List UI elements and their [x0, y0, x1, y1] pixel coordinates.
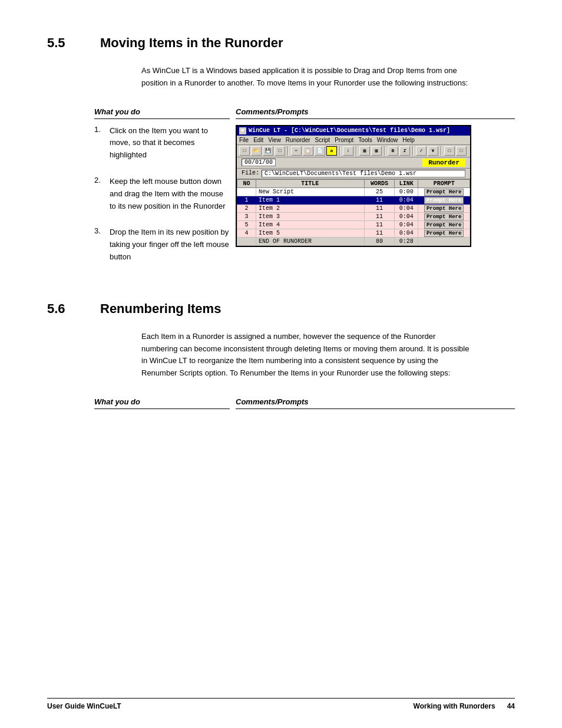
- toolbar-b[interactable]: B: [388, 146, 398, 156]
- footer-prompt: [418, 237, 470, 245]
- th-prompt: PROMPT: [418, 179, 470, 187]
- page-footer: User Guide WinCueLT Working with Runorde…: [47, 698, 515, 710]
- cell-prompt: Prompt Here: [418, 220, 470, 229]
- toolbar-sep3: [356, 146, 357, 156]
- prompt-btn[interactable]: Prompt Here: [424, 230, 464, 237]
- footer-no: [237, 237, 256, 245]
- toolbar-copy[interactable]: 📋: [303, 146, 313, 156]
- wincue-title-text: WinCue LT - [C:\WinCueLT\Documents\Test …: [249, 127, 450, 134]
- what-you-do-col: What you do 1. Click on the Item you wan…: [94, 107, 230, 278]
- menu-prompt[interactable]: Prompt: [335, 137, 353, 143]
- menu-runorder[interactable]: Runorder: [286, 137, 310, 143]
- toolbar-sep1: [287, 146, 289, 156]
- cell-words: 11: [364, 220, 395, 229]
- cell-no: [237, 187, 256, 196]
- step-2-number: 2.: [94, 176, 105, 212]
- toolbar-sort[interactable]: ↕: [343, 146, 353, 156]
- prompt-btn[interactable]: Prompt Here: [424, 213, 464, 220]
- menu-tools[interactable]: Tools: [358, 137, 372, 143]
- cell-no: 2: [237, 204, 256, 212]
- cell-time: 0:00: [395, 187, 418, 196]
- menu-window[interactable]: Window: [377, 137, 398, 143]
- toolbar-cut[interactable]: ✂: [291, 146, 302, 156]
- cell-words: 11: [364, 229, 395, 237]
- prompt-btn[interactable]: Prompt Here: [424, 222, 464, 229]
- toolbar-misc1[interactable]: /: [416, 146, 427, 156]
- toolbar-sep5: [412, 146, 414, 156]
- th-title: TITLE: [256, 179, 364, 187]
- wincue-app-icon: ■: [239, 127, 246, 134]
- footer-right: Working with Runorders 44: [414, 702, 515, 710]
- toolbar-new[interactable]: □: [239, 146, 250, 156]
- prompt-btn[interactable]: Prompt Here: [424, 205, 464, 212]
- menu-file[interactable]: File: [239, 137, 249, 143]
- wincue-toolbar: □ 📂 💾 □ ✂ 📋 📄 a ↕ ▦ ▦ B I: [237, 145, 470, 157]
- footer-right-label: Working with Runorders: [414, 702, 495, 710]
- cell-title: Item 2: [256, 204, 364, 212]
- table-row[interactable]: New Script 25 0:00 Prompt Here: [237, 187, 470, 196]
- section-56: 5.6 Renumbering Items Each Item in a Run…: [47, 301, 515, 415]
- step-3-number: 3.: [94, 226, 105, 263]
- wincue-filebar: File: C:\WinCueLT\Documents\Test files\D…: [237, 169, 470, 179]
- table-row[interactable]: 1 Item 1 11 0:04 Prompt Here: [237, 196, 470, 204]
- step-1-number: 1.: [94, 125, 105, 162]
- wincue-table: NO TITLE WORDS LINK PROMPT New Script 25…: [237, 179, 470, 246]
- toolbar-btn9[interactable]: ▦: [359, 146, 370, 156]
- section-56-col1-header: What you do: [94, 397, 230, 409]
- table-row[interactable]: 3 Item 3 11 0:04 Prompt Here: [237, 212, 470, 220]
- toolbar-misc3[interactable]: □: [444, 146, 455, 156]
- toolbar-btn4[interactable]: □: [275, 146, 285, 156]
- filebar-path: C:\WinCueLT\Documents\Test files\Demo 1.…: [262, 170, 465, 177]
- th-no: NO: [237, 179, 256, 187]
- toolbar-sep4: [384, 146, 385, 156]
- prompt-btn[interactable]: Prompt Here: [424, 197, 464, 204]
- cell-no: 4: [237, 229, 256, 237]
- wincue-titlebar: ■ WinCue LT - [C:\WinCueLT\Documents\Tes…: [237, 126, 470, 136]
- datebar-date[interactable]: 00/01/00: [242, 159, 276, 166]
- cell-time: 0:04: [395, 196, 418, 204]
- footer-words: 80: [364, 237, 395, 245]
- step-3-text: Drop the Item in its new position by tak…: [110, 226, 230, 263]
- toolbar-save[interactable]: 💾: [263, 146, 273, 156]
- cell-no: 1: [237, 196, 256, 204]
- cell-title: Item 4: [256, 220, 364, 229]
- instruction-area-55: What you do 1. Click on the Item you wan…: [94, 107, 515, 278]
- table-row[interactable]: 4 Item 5 11 0:04 Prompt Here: [237, 229, 470, 237]
- table-row[interactable]: 2 Item 2 11 0:04 Prompt Here: [237, 204, 470, 212]
- step-1: 1. Click on the Item you want to move, s…: [94, 125, 230, 162]
- cell-prompt: Prompt Here: [418, 204, 470, 212]
- prompt-btn[interactable]: Prompt Here: [424, 189, 464, 196]
- footer-link: 0:28: [395, 237, 418, 245]
- toolbar-btn10[interactable]: ▦: [371, 146, 382, 156]
- section-56-cols: What you do Comments/Prompts: [94, 397, 515, 415]
- menu-help[interactable]: Help: [402, 137, 415, 143]
- cell-time: 0:04: [395, 220, 418, 229]
- wincue-menubar[interactable]: File Edit View Runorder Script Prompt To…: [237, 136, 470, 145]
- cell-title: Item 1: [256, 196, 364, 204]
- menu-script[interactable]: Script: [315, 137, 330, 143]
- toolbar-sep6: [441, 146, 442, 156]
- cell-time: 0:04: [395, 212, 418, 220]
- toolbar-open[interactable]: 📂: [251, 146, 262, 156]
- section-56-intro: Each Item in a Runorder is assigned a nu…: [141, 331, 471, 380]
- wincue-datebar: 00/01/00 Runorder: [237, 157, 470, 169]
- section-56-col2-header: Comments/Prompts: [236, 397, 515, 409]
- toolbar-i[interactable]: I: [399, 146, 410, 156]
- th-words: WORDS: [364, 179, 395, 187]
- toolbar-misc2[interactable]: ¥: [428, 146, 438, 156]
- toolbar-highlight[interactable]: a: [326, 146, 337, 156]
- cell-no: 5: [237, 220, 256, 229]
- section-56-col2: Comments/Prompts: [236, 397, 515, 415]
- cell-words: 11: [364, 196, 395, 204]
- menu-edit[interactable]: Edit: [253, 137, 263, 143]
- step-1-text: Click on the Item you want to move, so t…: [110, 125, 230, 162]
- comments-prompts-col: Comments/Prompts ■ WinCue LT - [C:\WinCu…: [236, 107, 515, 278]
- table-row[interactable]: 5 Item 4 11 0:04 Prompt Here: [237, 220, 470, 229]
- menu-view[interactable]: View: [268, 137, 281, 143]
- section-55-title: Moving Items in the Runorder: [100, 35, 283, 51]
- table-header-row: NO TITLE WORDS LINK PROMPT: [237, 179, 470, 187]
- toolbar-misc4[interactable]: □: [456, 146, 467, 156]
- cell-title: Item 5: [256, 229, 364, 237]
- table-footer-row: END OF RUNORDER 80 0:28: [237, 237, 470, 245]
- toolbar-paste[interactable]: 📄: [315, 146, 325, 156]
